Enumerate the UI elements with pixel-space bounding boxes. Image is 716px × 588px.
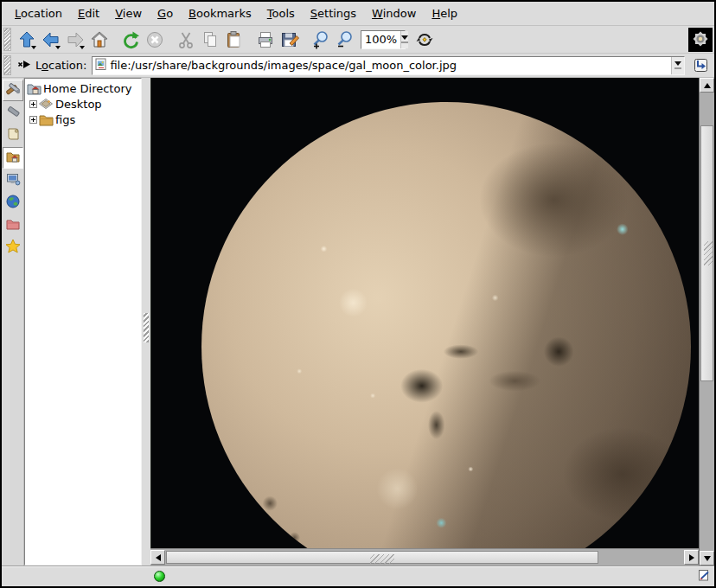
splitter-grip — [144, 313, 149, 342]
arrow-left-icon — [156, 554, 161, 561]
folder-tree-panel: Home Directory Desktop figs — [24, 78, 142, 566]
sidebar-network-button[interactable] — [3, 192, 23, 214]
expand-toggle-icon[interactable] — [29, 116, 37, 124]
horizontal-scrollbar[interactable] — [150, 548, 699, 566]
location-input[interactable] — [108, 59, 671, 72]
home-folder-icon — [5, 149, 21, 167]
location-toolbar-drag-handle[interactable] — [3, 55, 11, 75]
menu-tools[interactable]: Tools — [259, 3, 303, 24]
status-led-icon — [154, 571, 165, 582]
menu-help[interactable]: Help — [424, 3, 465, 24]
chevron-down-icon — [674, 61, 681, 66]
stop-icon — [145, 30, 164, 49]
home-icon — [90, 30, 109, 49]
globe-icon — [5, 194, 21, 212]
menu-location[interactable]: Location — [7, 3, 70, 24]
main-area: Home Directory Desktop figs — [2, 78, 714, 566]
reload-icon — [121, 30, 140, 49]
location-toolbar: Location: — [2, 54, 714, 78]
status-bar — [2, 566, 714, 586]
sidebar-bookmarks-star-button[interactable] — [3, 237, 23, 259]
copy-icon — [201, 30, 220, 49]
scroll-up-button[interactable] — [700, 78, 714, 93]
sidebar-history-button[interactable] — [3, 125, 23, 146]
zoom-in-button[interactable] — [309, 28, 333, 52]
menu-bookmarks[interactable]: Bookmarks — [181, 3, 259, 24]
image-file-icon — [95, 58, 108, 74]
system-monitor-icon — [5, 171, 21, 189]
toolbar-drag-handle[interactable] — [3, 28, 11, 51]
zoom-out-icon — [336, 30, 355, 49]
up-button[interactable] — [15, 28, 39, 52]
sidebar-system-button[interactable] — [3, 169, 23, 191]
back-dropdown-arrow-icon — [55, 46, 61, 49]
sidebar-configure-button[interactable] — [3, 80, 23, 101]
up-dropdown-arrow-icon — [31, 46, 36, 49]
print-button[interactable] — [253, 28, 278, 52]
menu-settings[interactable]: Settings — [303, 3, 364, 24]
moon-image — [201, 102, 691, 548]
history-scroll-icon — [5, 126, 21, 144]
kde-gear-throbber — [688, 28, 713, 52]
forward-dropdown-arrow-icon — [80, 46, 85, 49]
home-button[interactable] — [87, 28, 112, 52]
gear-icon — [689, 28, 712, 53]
zoom-in-icon — [311, 30, 330, 49]
page-settings-icon — [698, 569, 711, 585]
sidebar-icon-strip — [2, 78, 24, 566]
menu-go[interactable]: Go — [150, 3, 181, 24]
back-button[interactable] — [39, 28, 63, 52]
menu-bar: Location Edit View Go Bookmarks Tools Se… — [2, 2, 714, 26]
star-icon — [5, 239, 21, 257]
copy-button[interactable] — [198, 28, 222, 52]
clear-location-button[interactable] — [15, 56, 34, 75]
horizontal-scroll-thumb[interactable] — [166, 551, 598, 564]
folder-icon — [39, 112, 54, 126]
vertical-scroll-thumb[interactable] — [700, 125, 713, 381]
paste-icon — [225, 30, 244, 49]
forward-button[interactable] — [63, 28, 87, 52]
scroll-down-button[interactable] — [700, 551, 714, 566]
dropdown-underline — [401, 42, 408, 43]
rotate-button[interactable] — [412, 28, 437, 52]
paste-button[interactable] — [222, 28, 246, 52]
menu-window[interactable]: Window — [364, 3, 424, 24]
zoom-level-combobox[interactable]: 100% — [361, 30, 406, 49]
toolbox-icon — [5, 81, 21, 99]
bookmark-icon — [5, 104, 21, 122]
tree-item-label: figs — [55, 113, 75, 126]
statusbar-settings-button[interactable] — [697, 570, 711, 584]
location-combobox — [92, 56, 685, 75]
go-button[interactable] — [690, 55, 711, 76]
location-dropdown-button[interactable] — [671, 57, 684, 74]
tree-item-desktop[interactable]: Desktop — [27, 96, 141, 112]
scissors-icon — [176, 30, 195, 49]
location-label: Location: — [35, 59, 86, 72]
zoom-level-value: 100% — [361, 33, 400, 46]
zoom-out-button[interactable] — [333, 28, 357, 52]
sidebar-bookmark-button[interactable] — [3, 102, 23, 124]
arrow-down-icon — [704, 556, 711, 561]
arrow-right-icon — [689, 554, 694, 561]
expand-toggle-icon[interactable] — [29, 100, 37, 108]
cut-button[interactable] — [174, 28, 198, 52]
scroll-right-button[interactable] — [684, 550, 699, 565]
tree-item-figs[interactable]: figs — [27, 112, 141, 127]
floppy-pencil-icon — [280, 30, 299, 49]
panel-splitter[interactable] — [142, 78, 150, 566]
sidebar-root-folder-button[interactable] — [3, 214, 23, 236]
scroll-left-button[interactable] — [150, 550, 165, 565]
tree-item-label: Home Directory — [43, 82, 131, 95]
tree-item-home-directory[interactable]: Home Directory — [27, 80, 141, 96]
zoom-level-dropdown-button[interactable] — [400, 31, 408, 48]
save-as-button[interactable] — [278, 28, 302, 52]
menu-view[interactable]: View — [107, 3, 150, 24]
thumb-grip — [370, 554, 394, 565]
go-icon — [693, 57, 709, 74]
reload-button[interactable] — [118, 28, 143, 52]
sidebar-home-folder-button[interactable] — [3, 147, 23, 169]
stop-button[interactable] — [143, 28, 167, 52]
clear-location-icon — [16, 58, 32, 74]
menu-edit[interactable]: Edit — [70, 3, 107, 24]
vertical-scrollbar[interactable] — [699, 78, 714, 566]
